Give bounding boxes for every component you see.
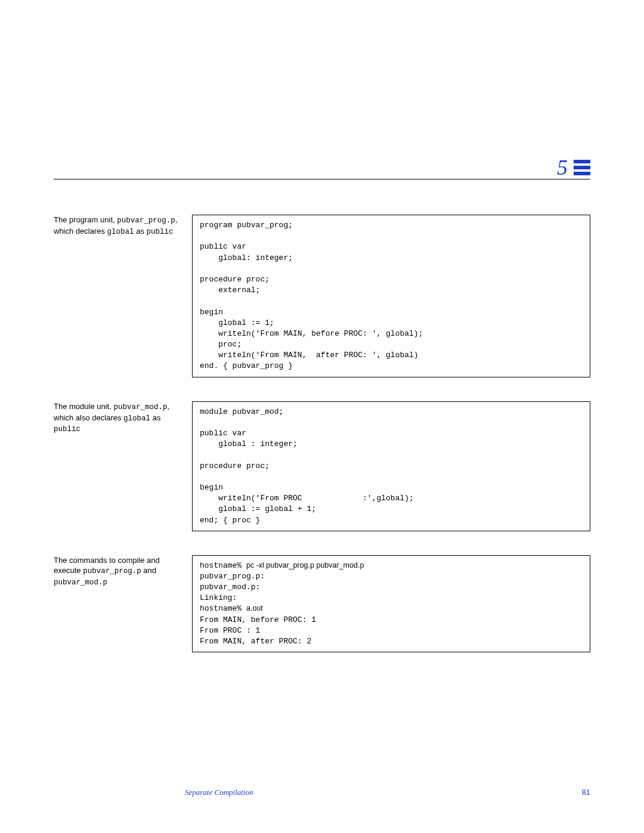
bars-icon <box>574 160 590 175</box>
code-block: The module unit, pubvar_mod.p, which als… <box>54 401 590 531</box>
page-footer: Separate Compilation 81 <box>54 788 590 797</box>
header-divider <box>54 179 590 179</box>
code-description: The module unit, pubvar_mod.p, which als… <box>54 401 192 435</box>
content: The program unit, pubvar_prog.p, which d… <box>54 215 590 652</box>
code-listing: program pubvar_prog; public var global: … <box>192 215 590 377</box>
code-block: The program unit, pubvar_prog.p, which d… <box>54 215 590 377</box>
code-description: The commands to compile and execute pubv… <box>54 555 192 588</box>
code-block: The commands to compile and execute pubv… <box>54 555 590 653</box>
chapter-number: 5 <box>557 155 568 180</box>
footer-page-number: 81 <box>582 788 590 797</box>
code-description: The program unit, pubvar_prog.p, which d… <box>54 215 192 237</box>
code-listing: module pubvar_mod; public var global : i… <box>192 401 590 531</box>
chapter-header: 5 <box>557 155 590 180</box>
page: 5 The program unit, pubvar_prog.p, which… <box>0 0 644 833</box>
footer-title: Separate Compilation <box>185 788 253 797</box>
code-listing: hostname% pc -xl pubvar_prog.p pubvar_mo… <box>192 555 590 653</box>
